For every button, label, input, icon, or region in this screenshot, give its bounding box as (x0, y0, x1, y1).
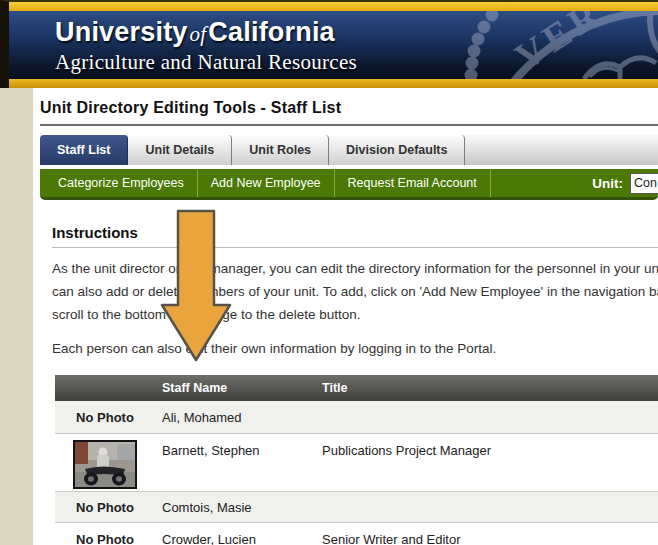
column-header-staff-name: Staff Name (155, 381, 315, 395)
tab-division-defaults[interactable]: Division Defaults (329, 135, 465, 165)
staff-photo (73, 440, 137, 489)
instructions-line: scroll to the bottom of the page to the … (52, 303, 658, 326)
brand-division: Agriculture and Natural Resources (55, 50, 357, 75)
header-navy-band: VER UniversityofCalifornia Agriculture a… (9, 11, 658, 79)
action-toolbar: Categorize Employees Add New Employee Re… (40, 169, 658, 200)
orange-down-arrow-icon (159, 209, 233, 363)
brand-california: California (208, 17, 335, 47)
brand-of: of (188, 22, 209, 46)
brand-lockup: UniversityofCalifornia Agriculture and N… (55, 17, 357, 75)
staff-table-header: Staff Name Title (55, 375, 658, 401)
staff-title: Publications Project Manager (315, 434, 658, 458)
request-email-account-button[interactable]: Request Email Account (335, 169, 491, 197)
left-margin-strip (0, 88, 33, 545)
photo-cell (55, 434, 155, 490)
column-header-title: Title (315, 381, 658, 395)
table-row: No Photo Crowder, Lucien Senior Writer a… (55, 522, 658, 545)
uc-seal-icon: VER (434, 11, 658, 79)
staff-title: Senior Writer and Editor (315, 532, 658, 545)
staff-name: Comtois, Masie (155, 500, 315, 515)
staff-name: Crowder, Lucien (155, 532, 315, 545)
brand-university: University (55, 17, 188, 47)
brand-university-of-california: UniversityofCalifornia (55, 17, 357, 48)
unit-label: Unit: (592, 176, 623, 191)
instructions-line: can also add or delete members of your u… (52, 280, 658, 303)
instructions-divider (52, 247, 658, 248)
tab-staff-list[interactable]: Staff List (40, 135, 128, 165)
title-divider (40, 124, 658, 126)
table-row: No Photo Ali, Mohamed (55, 401, 658, 433)
page-title: Unit Directory Editing Tools - Staff Lis… (40, 99, 658, 117)
unit-select[interactable]: Con (630, 173, 658, 194)
site-header: VER UniversityofCalifornia Agriculture a… (0, 0, 658, 88)
motorcycle-photo-icon (75, 442, 135, 487)
table-row: No Photo Comtois, Masie (55, 491, 658, 522)
tab-unit-roles[interactable]: Unit Roles (232, 135, 329, 165)
table-row: Barnett, Stephen Publications Project Ma… (55, 433, 658, 491)
tab-bar: Staff List Unit Details Unit Roles Divis… (40, 135, 658, 165)
gold-bar-bottom (9, 79, 658, 88)
no-photo-label: No Photo (55, 410, 155, 425)
staff-name: Barnett, Stephen (155, 434, 315, 458)
instructions-section: Instructions As the unit director or uni… (40, 224, 658, 360)
staff-table: Staff Name Title No Photo Ali, Mohamed (55, 375, 658, 545)
gold-bar-top (9, 2, 658, 11)
staff-name: Ali, Mohamed (155, 410, 315, 425)
no-photo-label: No Photo (55, 532, 155, 545)
instructions-heading: Instructions (52, 224, 658, 241)
content-area: Unit Directory Editing Tools - Staff Lis… (33, 88, 658, 545)
instructions-paragraph-2: Each person can also edit their own info… (52, 337, 658, 360)
add-new-employee-button[interactable]: Add New Employee (198, 169, 335, 197)
instructions-line: As the unit director or unit manager, yo… (52, 257, 658, 280)
instructions-paragraph-1: As the unit director or unit manager, yo… (52, 257, 658, 326)
no-photo-label: No Photo (55, 500, 155, 515)
page: VER UniversityofCalifornia Agriculture a… (0, 0, 658, 545)
categorize-employees-button[interactable]: Categorize Employees (45, 169, 198, 197)
tab-unit-details[interactable]: Unit Details (128, 135, 232, 165)
